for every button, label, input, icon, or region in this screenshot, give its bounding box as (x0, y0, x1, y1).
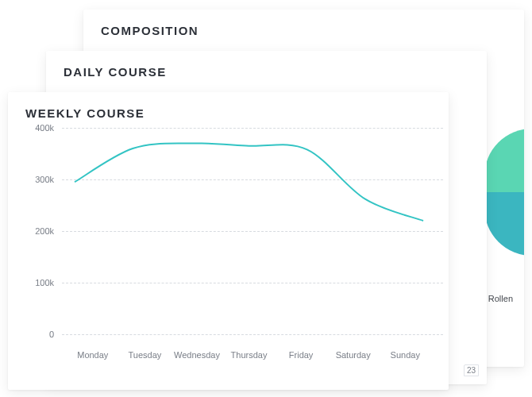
legend-label: Rollen (488, 294, 513, 303)
y-axis: 0100k200k300k400k (25, 128, 62, 347)
x-tick-label: Friday (275, 350, 327, 366)
x-axis-fragment: 23 (464, 364, 479, 376)
x-tick-label: Wednesday (171, 350, 223, 366)
y-tick-label: 300k (25, 175, 62, 184)
pie-slice (484, 192, 524, 256)
plot-area (67, 128, 431, 334)
x-axis: MondayTuesdayWednesdayThursdayFridaySatu… (67, 350, 431, 366)
y-tick-label: 100k (25, 278, 62, 287)
weekly-course-card: WEEKLY COURSE 0100k200k300k400k MondayTu… (8, 92, 449, 390)
x-tick-label: Thursday (223, 350, 276, 366)
pie-chart-partial (484, 129, 524, 256)
x-tick-label: Sunday (379, 350, 431, 366)
daily-course-title: DAILY COURSE (64, 65, 469, 79)
pie-slice (484, 129, 524, 192)
x-tick-label: Monday (67, 350, 119, 366)
composition-title: COMPOSITION (101, 24, 507, 37)
y-tick-label: 200k (25, 226, 62, 236)
weekly-course-title: WEEKLY COURSE (25, 106, 431, 120)
line-series (75, 143, 423, 221)
x-tick-label: Tuesday (119, 350, 172, 366)
line-chart-svg (67, 128, 431, 334)
x-tick-label: Saturday (327, 350, 380, 366)
weekly-chart: 0100k200k300k400k MondayTuesdayWednesday… (25, 128, 431, 366)
y-tick-label: 0 (25, 330, 62, 339)
y-tick-label: 400k (25, 123, 62, 133)
